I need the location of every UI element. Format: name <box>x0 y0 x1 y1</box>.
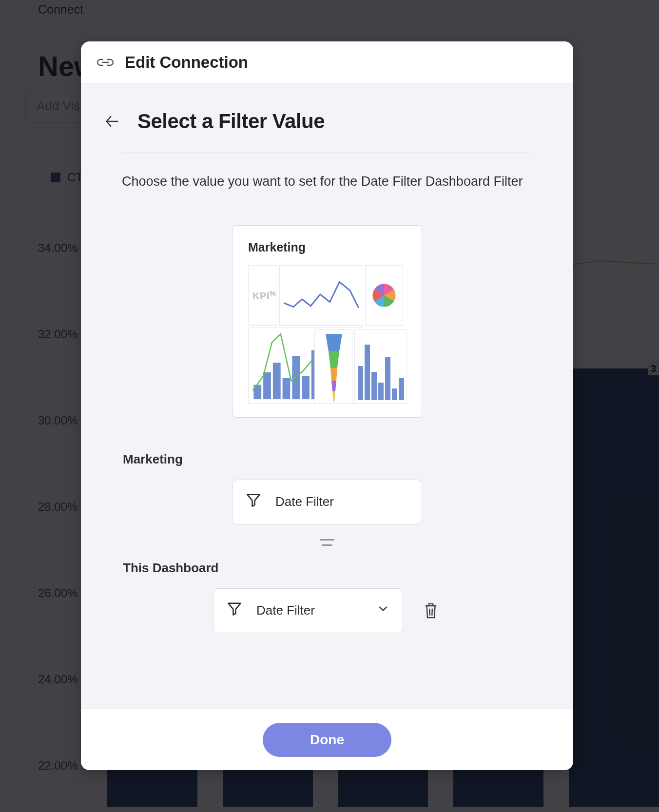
svg-marker-13 <box>329 351 339 368</box>
svg-line-24 <box>429 609 430 616</box>
mini-funnel-chart <box>314 329 352 404</box>
svg-rect-5 <box>283 378 291 399</box>
modal-header: Edit Connection <box>81 41 573 83</box>
section-title: Select a Filter Value <box>137 110 325 133</box>
link-icon <box>96 57 115 68</box>
svg-rect-21 <box>385 357 390 400</box>
svg-rect-17 <box>358 366 363 400</box>
target-filter-select[interactable]: Date Filter <box>213 588 403 633</box>
arrow-left-icon <box>104 113 120 130</box>
dashboard-preview-title: Marketing <box>248 240 406 254</box>
source-group-label: Marketing <box>123 452 313 467</box>
edit-connection-modal: Edit Connection Select a Filter Value Ch… <box>81 41 573 770</box>
svg-rect-4 <box>273 363 281 399</box>
mini-kpi: KPI% <box>248 265 277 326</box>
target-filter-label: Date Filter <box>256 603 315 618</box>
filter-icon <box>226 600 243 620</box>
svg-rect-19 <box>371 372 377 400</box>
mini-pie-chart <box>365 265 403 326</box>
svg-marker-16 <box>332 391 335 402</box>
trash-icon <box>423 601 439 620</box>
dashboard-preview-card[interactable]: Marketing KPI% <box>232 225 422 418</box>
back-button[interactable] <box>101 111 123 132</box>
done-button[interactable]: Done <box>263 723 391 757</box>
svg-rect-7 <box>302 376 310 399</box>
svg-marker-12 <box>326 334 342 351</box>
filter-icon <box>245 492 262 512</box>
source-filter-label: Date Filter <box>275 494 334 509</box>
equals-icon <box>320 539 334 546</box>
svg-rect-20 <box>378 383 384 400</box>
svg-rect-18 <box>365 345 370 400</box>
section-subtitle: Choose the value you want to set for the… <box>122 173 532 191</box>
divider <box>122 153 532 153</box>
source-filter-box[interactable]: Date Filter <box>232 480 422 524</box>
mini-line-chart <box>279 265 363 326</box>
kpi-label: KPI% <box>252 289 276 302</box>
mini-bar-chart <box>354 329 407 404</box>
svg-line-25 <box>432 609 432 616</box>
modal-footer: Done <box>81 709 573 770</box>
svg-rect-22 <box>392 388 397 400</box>
svg-marker-15 <box>331 381 336 391</box>
svg-rect-23 <box>399 378 404 400</box>
svg-marker-14 <box>330 368 337 381</box>
modal-title: Edit Connection <box>125 53 248 72</box>
target-group-label: This Dashboard <box>123 561 313 576</box>
modal-body: Select a Filter Value Choose the value y… <box>81 83 573 709</box>
chevron-down-icon <box>376 602 390 619</box>
svg-rect-3 <box>263 372 271 399</box>
delete-mapping-button[interactable] <box>421 600 441 621</box>
